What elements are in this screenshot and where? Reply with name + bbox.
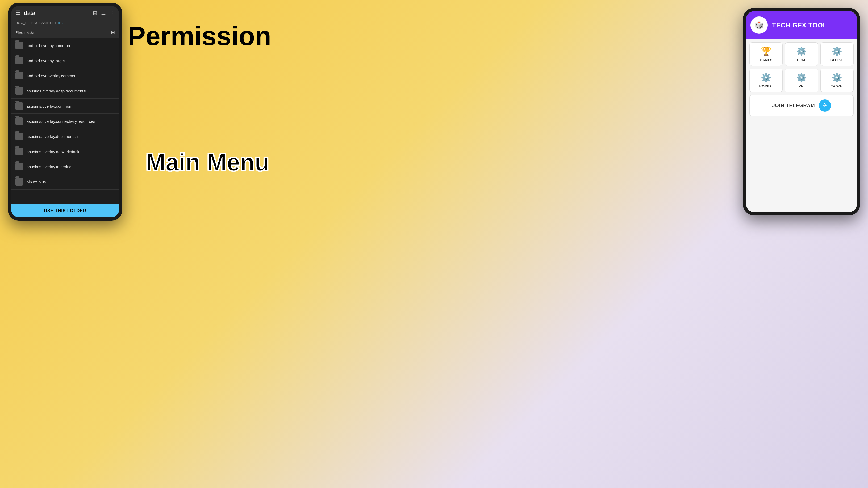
file-list: android.overlay.common android.overlay.t… (11, 38, 119, 204)
list-item[interactable]: android.qvaoverlay.common (11, 68, 119, 84)
list-item[interactable]: bin.mt.plus (11, 174, 119, 190)
card-row: 🏆GAMES⚙️BGM.⚙️GLOBA. (749, 42, 854, 66)
folder-icon (16, 178, 23, 186)
vn-label: VN. (799, 84, 804, 88)
breadcrumb: ROG_Phone3 › Android › data (11, 19, 119, 27)
files-in-data-label: Files in data ⊞ (11, 27, 119, 38)
main-menu-label: Main Menu (114, 149, 301, 176)
breadcrumb-data[interactable]: data (58, 21, 64, 25)
folder-icon (16, 72, 23, 79)
korea-label: KOREA. (759, 84, 773, 88)
right-phone: 🎲 TECH GFX TOOL 🏆GAMES⚙️BGM.⚙️GLOBA.⚙️KO… (743, 8, 860, 215)
globa-label: GLOBA. (830, 58, 844, 62)
list-item[interactable]: asusims.overlay.common (11, 99, 119, 114)
breadcrumb-root[interactable]: ROG_Phone3 (16, 21, 37, 25)
left-phone: ☰ data ⊞ ☰ ⋮ ROG_Phone3 › Android › data… (8, 3, 122, 221)
card-vn[interactable]: ⚙️VN. (785, 69, 818, 92)
use-folder-button[interactable]: USE THIS FOLDER (11, 204, 119, 218)
korea-icon: ⚙️ (761, 72, 772, 83)
file-name: android.overlay.target (27, 59, 65, 63)
center-bottom-area: Main Menu (114, 149, 301, 176)
list-item[interactable]: asusims.overlay.connectivity.resources (11, 114, 119, 129)
games-icon: 🏆 (761, 46, 772, 56)
folder-icon (16, 42, 23, 49)
header-icons: ⊞ ☰ ⋮ (93, 10, 115, 16)
file-name: asusims.overlay.documentsui (27, 134, 79, 139)
list-item[interactable]: android.overlay.target (11, 53, 119, 68)
hamburger-icon[interactable]: ☰ (16, 9, 21, 17)
folder-title: data (24, 9, 90, 17)
file-name: asusims.overlay.aosp.documentsui (27, 89, 88, 93)
taiwa-icon: ⚙️ (832, 72, 842, 83)
app-body: 🏆GAMES⚙️BGM.⚙️GLOBA.⚙️KOREA.⚙️VN.⚙️TAIWA… (746, 39, 857, 212)
join-telegram-button[interactable]: JOIN TELEGRAM ✈ (749, 95, 854, 116)
games-label: GAMES (760, 58, 773, 62)
card-korea[interactable]: ⚙️KOREA. (749, 69, 783, 92)
file-name: asusims.overlay.networkstack (27, 150, 79, 154)
app-logo-icon: 🎲 (754, 21, 764, 30)
list-item[interactable]: android.overlay.common (11, 38, 119, 53)
list-item[interactable]: asusims.overlay.aosp.documentsui (11, 84, 119, 99)
folder-icon (16, 133, 23, 140)
list-item[interactable]: asusims.overlay.networkstack (11, 144, 119, 159)
telegram-label: JOIN TELEGRAM (772, 103, 815, 108)
bgm-label: BGM. (797, 58, 806, 62)
center-top-area: Permission (114, 21, 284, 51)
breadcrumb-sep1: › (39, 21, 40, 25)
file-name: android.overlay.common (27, 43, 70, 48)
folder-icon (16, 148, 23, 155)
add-folder-icon[interactable]: ⊞ (93, 10, 97, 16)
folder-icon (16, 87, 23, 95)
folder-icon (16, 163, 23, 170)
globa-icon: ⚙️ (832, 46, 842, 56)
folder-icon (16, 57, 23, 64)
telegram-icon: ✈ (819, 99, 831, 111)
card-games[interactable]: 🏆GAMES (749, 42, 783, 66)
more-icon[interactable]: ⋮ (110, 10, 115, 16)
list-item[interactable]: asusims.overlay.tethering (11, 159, 119, 174)
card-row: ⚙️KOREA.⚙️VN.⚙️TAIWA. (749, 69, 854, 92)
card-taiwa[interactable]: ⚙️TAIWA. (820, 69, 854, 92)
app-header: 🎲 TECH GFX TOOL (746, 11, 857, 39)
card-bgm[interactable]: ⚙️BGM. (785, 42, 818, 66)
file-name: bin.mt.plus (27, 180, 46, 184)
app-title: TECH GFX TOOL (772, 22, 827, 29)
file-name: asusims.overlay.connectivity.resources (27, 119, 95, 124)
permission-label: Permission (114, 21, 284, 51)
vn-icon: ⚙️ (796, 72, 807, 83)
file-name: asusims.overlay.tethering (27, 165, 71, 169)
card-globa[interactable]: ⚙️GLOBA. (820, 42, 854, 66)
files-label-text: Files in data (16, 31, 34, 35)
app-logo: 🎲 (750, 17, 768, 34)
sort-icon[interactable]: ☰ (101, 10, 106, 16)
folder-icon (16, 102, 23, 110)
file-manager-header: ☰ data ⊞ ☰ ⋮ (11, 6, 119, 19)
bgm-icon: ⚙️ (796, 46, 807, 56)
folder-icon (16, 118, 23, 125)
breadcrumb-android[interactable]: Android (41, 21, 54, 25)
taiwa-label: TAIWA. (831, 84, 843, 88)
list-item[interactable]: asusims.overlay.documentsui (11, 129, 119, 144)
breadcrumb-sep2: › (55, 21, 56, 25)
telegram-arrow-icon: ✈ (823, 102, 827, 109)
file-name: android.qvaoverlay.common (27, 74, 76, 78)
file-name: asusims.overlay.common (27, 104, 71, 108)
